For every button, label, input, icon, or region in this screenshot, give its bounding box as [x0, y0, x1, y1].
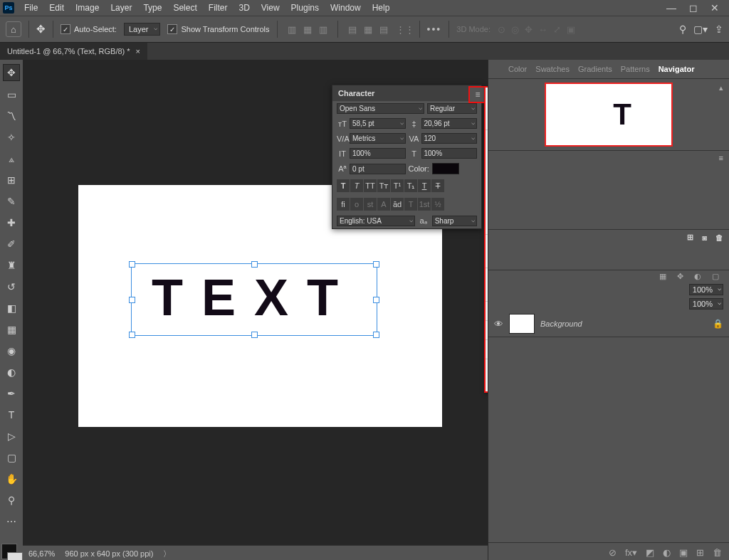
- add-folder-icon[interactable]: ⊞: [687, 233, 693, 242]
- handle-top-right[interactable]: [373, 261, 379, 268]
- menu-filter[interactable]: Filter: [203, 3, 234, 13]
- eraser-tool[interactable]: ◧: [4, 300, 19, 316]
- menu-item-underline[interactable]: Underline: [486, 237, 488, 251]
- menu-item-strikethrough[interactable]: Strikethrough: [486, 251, 488, 265]
- menu-item-subscript[interactable]: Subscript: [486, 218, 488, 232]
- 3d-camera-icon[interactable]: ▣: [567, 24, 575, 35]
- marquee-tool[interactable]: ▭: [4, 87, 19, 102]
- text-color-swatch[interactable]: [432, 163, 459, 174]
- hscale-input[interactable]: 100%: [421, 148, 478, 159]
- menu-plugins[interactable]: Plugins: [285, 3, 325, 13]
- layer-style-icon[interactable]: fx▾: [625, 547, 637, 558]
- opacity-input[interactable]: 100%: [689, 284, 723, 295]
- 3d-zoom-icon[interactable]: ⤢: [553, 24, 561, 35]
- font-size-input[interactable]: 58,5 pt: [350, 118, 406, 129]
- menu-item-faux-bold[interactable]: Faux Bold: [486, 147, 488, 161]
- handle-top-mid[interactable]: [251, 261, 258, 268]
- distribute-icon[interactable]: ⋮⋮: [398, 22, 412, 36]
- group-icon[interactable]: ▣: [679, 547, 688, 558]
- auto-select-target[interactable]: Layer: [124, 23, 161, 36]
- type-tool[interactable]: T: [4, 407, 19, 423]
- auto-select-checkbox[interactable]: ✓Auto-Select:: [61, 24, 117, 34]
- crop-tool[interactable]: ⟁: [4, 151, 19, 167]
- lock-icons[interactable]: ▦ ✥ ◐ ▢: [659, 272, 723, 281]
- eyedropper-tool[interactable]: ✎: [4, 194, 19, 209]
- canvas-area[interactable]: TEXT Character» Open Sans Regular тT58,5…: [23, 60, 488, 560]
- ordinals-button[interactable]: 1st: [418, 198, 431, 211]
- align-right-icon[interactable]: ▥: [316, 22, 330, 36]
- align-vcenter-icon[interactable]: ▦: [361, 22, 375, 36]
- character-panel[interactable]: Character» Open Sans Regular тT58,5 pt ‡…: [332, 85, 482, 229]
- layer-thumbnail[interactable]: [509, 314, 535, 334]
- background-color[interactable]: [7, 552, 23, 560]
- window-close-icon[interactable]: ✕: [710, 2, 719, 14]
- faux-bold-button[interactable]: T: [337, 179, 350, 192]
- blur-tool[interactable]: ◉: [4, 343, 19, 359]
- search-icon[interactable]: ⚲: [679, 23, 686, 35]
- frame-tool[interactable]: ⊞: [4, 172, 19, 188]
- triangle-icon[interactable]: ▴: [719, 83, 723, 93]
- zoom-level[interactable]: 66,67%: [28, 549, 55, 558]
- lasso-tool[interactable]: 〽: [4, 108, 19, 124]
- window-minimize-icon[interactable]: —: [666, 2, 676, 14]
- pen-tool[interactable]: ✒: [4, 386, 19, 401]
- menu-item-close[interactable]: Close: [486, 361, 488, 376]
- align-left-icon[interactable]: ▥: [285, 22, 299, 36]
- fill-input[interactable]: 100%: [689, 298, 723, 310]
- share-icon[interactable]: ⇪: [715, 23, 723, 35]
- 3d-orbit-icon[interactable]: ⊙: [498, 24, 505, 35]
- menu-type[interactable]: Type: [137, 3, 167, 13]
- menu-item-all-caps[interactable]: All Caps: [486, 175, 488, 189]
- stylistic-alt-button[interactable]: ād: [391, 198, 404, 211]
- menu-item-superscript[interactable]: Superscript: [486, 204, 488, 218]
- smallcaps-button[interactable]: Tᴛ: [377, 179, 390, 192]
- underline-button[interactable]: T: [418, 179, 431, 192]
- menu-image[interactable]: Image: [70, 3, 105, 13]
- tab-gradients[interactable]: Gradients: [578, 65, 612, 73]
- contextual-alt-button[interactable]: o: [350, 198, 363, 211]
- strikethrough-button[interactable]: T: [431, 179, 444, 192]
- 3d-roll-icon[interactable]: ◎: [511, 24, 519, 35]
- faux-italic-button[interactable]: T: [350, 179, 363, 192]
- document-info[interactable]: 960 px x 640 px (300 ppi): [65, 549, 153, 558]
- menu-window[interactable]: Window: [325, 3, 367, 13]
- align-hcenter-icon[interactable]: ▦: [300, 22, 315, 36]
- titling-button[interactable]: T: [404, 198, 417, 211]
- move-tool[interactable]: ✥: [3, 64, 20, 81]
- tab-color[interactable]: Color: [508, 65, 527, 73]
- zoom-tool[interactable]: ⚲: [4, 492, 19, 508]
- layer-name[interactable]: Background: [540, 319, 582, 328]
- hand-tool[interactable]: ✋: [4, 471, 19, 487]
- menu-select[interactable]: Select: [167, 3, 202, 13]
- menu-item-opentype[interactable]: OpenType: [486, 132, 488, 147]
- handle-bot-left[interactable]: [129, 332, 135, 338]
- handle-bot-mid[interactable]: [251, 332, 258, 338]
- font-style-select[interactable]: Regular: [427, 103, 477, 114]
- menu-edit[interactable]: Edit: [43, 3, 70, 13]
- delete-layer-icon[interactable]: 🗑: [713, 547, 722, 558]
- close-tab-icon[interactable]: ×: [136, 47, 140, 56]
- superscript-button[interactable]: T¹: [391, 179, 404, 192]
- window-maximize-icon[interactable]: ◻: [689, 2, 698, 14]
- edit-toolbar-icon[interactable]: ⋯: [4, 514, 19, 529]
- healing-tool[interactable]: ✚: [4, 215, 19, 231]
- allcaps-button[interactable]: TT: [364, 179, 377, 192]
- panel-menu-icon[interactable]: ≡: [719, 154, 723, 162]
- tab-patterns[interactable]: Patterns: [621, 65, 650, 73]
- dodge-tool[interactable]: ◐: [4, 364, 19, 380]
- menu-help[interactable]: Help: [367, 3, 396, 13]
- status-chevron-icon[interactable]: 〉: [163, 549, 171, 559]
- handle-mid-right[interactable]: [373, 297, 379, 303]
- leading-input[interactable]: 20,96 pt: [421, 118, 478, 129]
- path-select-tool[interactable]: ▷: [4, 428, 19, 444]
- brush-tool[interactable]: ✐: [4, 236, 19, 252]
- layer-row-background[interactable]: 👁 Background 🔒: [488, 311, 729, 337]
- discretionary-lig-button[interactable]: st: [364, 198, 377, 211]
- tab-swatches[interactable]: Swatches: [535, 65, 570, 73]
- menu-item-reset-character[interactable]: Reset Character: [486, 342, 488, 356]
- navigator-preview[interactable]: T ▴: [488, 79, 729, 151]
- fractions-button[interactable]: ½: [431, 198, 444, 211]
- tab-navigator[interactable]: Navigator: [659, 65, 695, 73]
- menu-view[interactable]: View: [256, 3, 285, 13]
- transform-bounding-box[interactable]: TEXT: [131, 263, 377, 336]
